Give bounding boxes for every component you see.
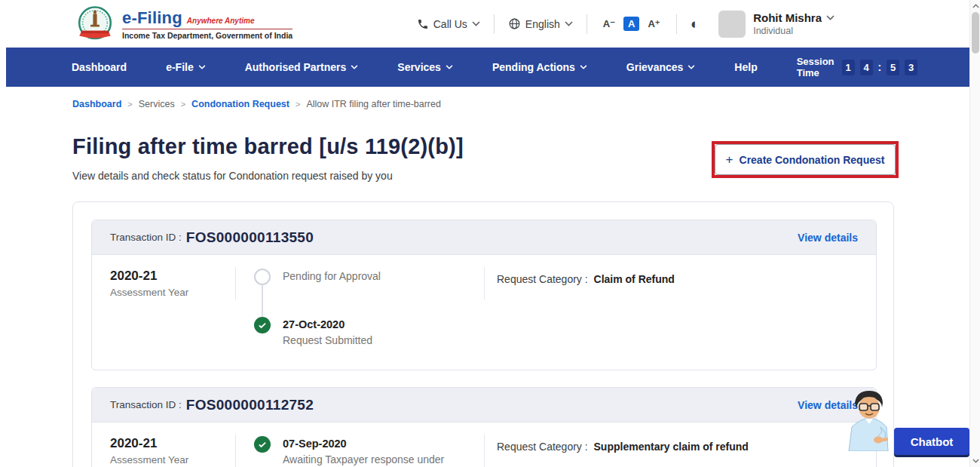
transaction-id-label: Transaction ID : (110, 232, 182, 243)
request-card-header: Transaction ID : FOS000000113550 View de… (92, 220, 876, 255)
requests-container: Transaction ID : FOS000000113550 View de… (72, 201, 894, 467)
user-menu[interactable]: Rohit Mishra Individual (718, 11, 835, 38)
brand-subtitle: Income Tax Department, Government of Ind… (122, 29, 292, 40)
nav-efile[interactable]: e-File (166, 61, 206, 73)
vertical-divider (484, 435, 485, 467)
language-label: English (525, 18, 560, 30)
call-us-menu[interactable]: Call Us (417, 18, 480, 30)
completed-check-icon (254, 317, 271, 333)
vertical-divider (235, 435, 236, 467)
submitted-status: Awaiting Taxpayer response under (283, 453, 444, 465)
vertical-divider (484, 267, 485, 300)
request-category: Request Category : Supplementary claim o… (497, 441, 749, 453)
font-normal-button[interactable]: A (623, 17, 639, 31)
phone-icon (417, 18, 429, 30)
brand-name: e-Filing (122, 8, 182, 28)
transaction-id-value: FOS000000113550 (186, 229, 314, 246)
header-divider (586, 14, 587, 34)
language-menu[interactable]: English (508, 17, 573, 30)
font-increase-button[interactable]: A⁺ (645, 17, 662, 31)
pending-step-icon (254, 269, 271, 285)
breadcrumb-condonation-request[interactable]: Condonation Request (191, 99, 289, 109)
status-timeline: 07-Sep-2020 Awaiting Taxpayer response u… (254, 436, 444, 465)
top-header: e-Filing Anywhere Anytime Income Tax Dep… (0, 0, 980, 48)
breadcrumb-separator: > (296, 100, 300, 109)
completed-check-icon (254, 436, 271, 453)
request-category-label: Request Category : (497, 441, 588, 453)
chevron-down-icon (826, 15, 835, 20)
scrollbar-thumb[interactable] (972, 12, 979, 54)
transaction-id-label: Transaction ID : (110, 399, 182, 410)
view-details-link[interactable]: View details (798, 232, 858, 244)
session-colon: : (878, 61, 882, 73)
page-subtitle: View details and check status for Condon… (72, 170, 393, 182)
transaction-id-value: FOS000000112752 (186, 397, 314, 413)
main-navbar: Dashboard e-File Authorised Partners Ser… (6, 48, 969, 87)
submitted-date: 27-Oct-2020 (283, 317, 372, 330)
create-condonation-request-button[interactable]: + Create Condonation Request (715, 144, 896, 175)
nav-pending-actions[interactable]: Pending Actions (492, 61, 587, 73)
nav-help[interactable]: Help (734, 61, 757, 73)
header-divider (494, 14, 495, 34)
request-card-header: Transaction ID : FOS000000112752 View de… (92, 388, 876, 422)
call-us-label: Call Us (433, 18, 467, 30)
globe-icon (508, 17, 521, 30)
request-category-value: Claim of Refund (594, 273, 675, 285)
font-size-controls: A⁻ A A⁺ (601, 17, 663, 31)
nav-grievances[interactable]: Grievances (626, 61, 696, 73)
pending-status: Pending for Approval (283, 269, 381, 282)
nav-authorised-partners[interactable]: Authorised Partners (245, 61, 359, 73)
session-time-label: Session Time (797, 56, 835, 78)
request-card-body: 2020-21 Assessment Year 07-Sep-2020 Awai… (92, 422, 876, 467)
request-category-value: Supplementary claim of refund (594, 441, 749, 453)
annotation-highlight-box: + Create Condonation Request (712, 141, 899, 178)
submitted-date: 07-Sep-2020 (283, 436, 444, 450)
user-type: Individual (753, 26, 835, 36)
breadcrumb: Dashboard > Services > Condonation Reque… (72, 99, 441, 109)
vertical-divider (235, 267, 236, 300)
nav-services[interactable]: Services (397, 61, 453, 73)
page-title: Filing after time barred [u/s 119(2)(b)] (72, 134, 464, 159)
chevron-down-icon (580, 65, 587, 69)
nav-dashboard[interactable]: Dashboard (72, 61, 127, 73)
chatbot-widget: Chatbot (849, 401, 969, 458)
session-digit: 3 (905, 60, 917, 75)
breadcrumb-separator: > (181, 100, 185, 109)
session-digit: 4 (860, 60, 873, 75)
request-card: Transaction ID : FOS000000113550 View de… (91, 220, 877, 370)
header-divider (676, 14, 677, 34)
request-card: Transaction ID : FOS000000112752 View de… (91, 387, 877, 467)
breadcrumb-services: Services (139, 99, 175, 109)
font-decrease-button[interactable]: A⁻ (601, 17, 617, 31)
chevron-down-icon (198, 65, 206, 69)
status-timeline: Pending for Approval 27-Oct-2020 Request… (254, 269, 381, 346)
contrast-toggle-icon[interactable]: ◐ (691, 17, 699, 31)
session-digit: 5 (887, 60, 899, 75)
chevron-down-icon (565, 21, 573, 26)
avatar (718, 11, 746, 38)
breadcrumb-current-page: Allow ITR filing after time-barred (306, 99, 441, 109)
request-category-label: Request Category : (497, 273, 588, 285)
timeline-connector (262, 285, 263, 317)
plus-icon: + (726, 152, 733, 167)
scroll-down-arrow[interactable] (970, 455, 980, 467)
request-card-body: 2020-21 Assessment Year Pending for Appr… (92, 255, 876, 312)
chatbot-button[interactable]: Chatbot (894, 428, 969, 455)
session-digit: 1 (842, 60, 855, 75)
scroll-up-arrow[interactable] (970, 0, 980, 12)
session-timer: Session Time 1 4 : 5 3 (797, 56, 918, 78)
chatbot-assistant-icon (843, 388, 896, 451)
income-tax-emblem-icon (75, 5, 115, 44)
brand-tagline: Anywhere Anytime (187, 17, 255, 25)
chevron-down-icon (446, 65, 453, 69)
vertical-scrollbar[interactable] (969, 0, 980, 467)
chevron-down-icon (688, 65, 695, 69)
breadcrumb-separator: > (127, 100, 132, 109)
request-category: Request Category : Claim of Refund (497, 273, 675, 285)
chevron-down-icon (351, 65, 358, 69)
submitted-status: Request Submitted (283, 334, 372, 346)
breadcrumb-dashboard[interactable]: Dashboard (72, 99, 121, 109)
efiling-logo[interactable]: e-Filing Anywhere Anytime Income Tax Dep… (75, 5, 292, 44)
user-name: Rohit Mishra (753, 11, 822, 24)
chevron-down-icon (472, 21, 480, 26)
